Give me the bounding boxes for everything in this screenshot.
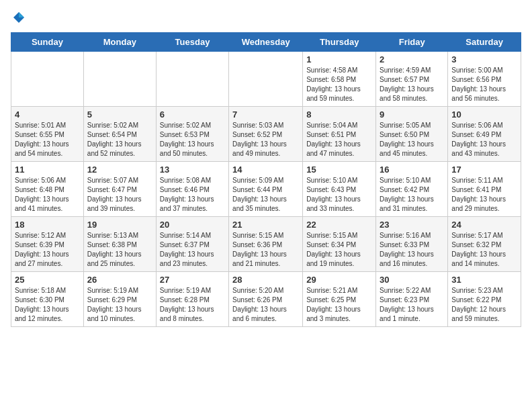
day-info: Sunrise: 5:17 AM Sunset: 6:32 PM Dayligh… [451,231,517,269]
weekday-header-tuesday: Tuesday [156,33,228,52]
weekday-header-row: SundayMondayTuesdayWednesdayThursdayFrid… [11,33,521,52]
header [11,11,521,24]
day-number: 29 [306,275,372,285]
week-row-0: 1Sunrise: 4:58 AM Sunset: 6:58 PM Daylig… [11,52,521,107]
weekday-header-saturday: Saturday [448,33,521,52]
page: SundayMondayTuesdayWednesdayThursdayFrid… [0,0,532,338]
day-number: 30 [380,275,444,285]
day-info: Sunrise: 5:13 AM Sunset: 6:38 PM Dayligh… [87,231,152,269]
day-number: 10 [451,109,517,120]
day-cell: 31Sunrise: 5:23 AM Sunset: 6:22 PM Dayli… [448,272,521,327]
day-cell: 1Sunrise: 4:58 AM Sunset: 6:58 PM Daylig… [303,52,376,107]
day-cell: 6Sunrise: 5:02 AM Sunset: 6:53 PM Daylig… [156,107,228,162]
day-cell: 28Sunrise: 5:20 AM Sunset: 6:26 PM Dayli… [229,272,303,327]
logo-icon [12,11,26,24]
day-info: Sunrise: 5:02 AM Sunset: 6:54 PM Dayligh… [87,121,152,158]
day-info: Sunrise: 5:07 AM Sunset: 6:47 PM Dayligh… [87,176,152,214]
day-cell: 12Sunrise: 5:07 AM Sunset: 6:47 PM Dayli… [83,162,156,217]
day-cell [156,52,228,107]
day-info: Sunrise: 5:11 AM Sunset: 6:41 PM Dayligh… [451,176,517,214]
day-cell: 17Sunrise: 5:11 AM Sunset: 6:41 PM Dayli… [448,162,521,217]
day-number: 22 [306,220,372,230]
day-number: 25 [15,275,80,285]
day-number: 5 [87,109,152,120]
day-number: 4 [15,109,80,120]
day-cell: 27Sunrise: 5:19 AM Sunset: 6:28 PM Dayli… [156,272,228,327]
day-cell: 22Sunrise: 5:15 AM Sunset: 6:34 PM Dayli… [303,217,376,272]
week-row-4: 25Sunrise: 5:18 AM Sunset: 6:30 PM Dayli… [11,272,521,327]
day-number: 6 [160,109,225,120]
day-number: 23 [380,220,444,230]
day-number: 15 [306,165,372,175]
week-row-1: 4Sunrise: 5:01 AM Sunset: 6:55 PM Daylig… [11,107,521,162]
day-number: 3 [451,54,517,64]
day-info: Sunrise: 5:02 AM Sunset: 6:53 PM Dayligh… [160,121,225,158]
day-info: Sunrise: 5:15 AM Sunset: 6:36 PM Dayligh… [232,231,299,269]
day-info: Sunrise: 5:23 AM Sunset: 6:22 PM Dayligh… [451,286,517,324]
day-cell: 3Sunrise: 5:00 AM Sunset: 6:56 PM Daylig… [448,52,521,107]
day-cell: 18Sunrise: 5:12 AM Sunset: 6:39 PM Dayli… [11,217,84,272]
day-number: 31 [451,275,517,285]
day-cell: 19Sunrise: 5:13 AM Sunset: 6:38 PM Dayli… [83,217,156,272]
weekday-header-thursday: Thursday [303,33,376,52]
day-cell: 21Sunrise: 5:15 AM Sunset: 6:36 PM Dayli… [229,217,303,272]
day-cell: 9Sunrise: 5:05 AM Sunset: 6:50 PM Daylig… [376,107,448,162]
day-info: Sunrise: 5:10 AM Sunset: 6:42 PM Dayligh… [380,176,444,214]
day-number: 2 [380,54,444,64]
day-cell: 29Sunrise: 5:21 AM Sunset: 6:25 PM Dayli… [303,272,376,327]
weekday-header-friday: Friday [376,33,448,52]
day-cell: 25Sunrise: 5:18 AM Sunset: 6:30 PM Dayli… [11,272,84,327]
day-info: Sunrise: 5:22 AM Sunset: 6:23 PM Dayligh… [380,286,444,324]
day-number: 28 [232,275,299,285]
day-info: Sunrise: 5:00 AM Sunset: 6:56 PM Dayligh… [451,66,517,103]
day-number: 7 [232,109,299,120]
day-cell: 20Sunrise: 5:14 AM Sunset: 6:37 PM Dayli… [156,217,228,272]
logo [11,11,26,24]
day-info: Sunrise: 5:20 AM Sunset: 6:26 PM Dayligh… [232,286,299,324]
day-cell: 7Sunrise: 5:03 AM Sunset: 6:52 PM Daylig… [229,107,303,162]
weekday-header-wednesday: Wednesday [229,33,303,52]
day-cell: 5Sunrise: 5:02 AM Sunset: 6:54 PM Daylig… [83,107,156,162]
day-info: Sunrise: 5:14 AM Sunset: 6:37 PM Dayligh… [160,231,225,269]
day-cell [229,52,303,107]
day-cell: 15Sunrise: 5:10 AM Sunset: 6:43 PM Dayli… [303,162,376,217]
day-number: 12 [87,165,152,175]
day-info: Sunrise: 5:18 AM Sunset: 6:30 PM Dayligh… [15,286,80,324]
day-number: 13 [160,165,225,175]
day-info: Sunrise: 4:58 AM Sunset: 6:58 PM Dayligh… [306,66,372,103]
day-number: 16 [380,165,444,175]
day-cell: 13Sunrise: 5:08 AM Sunset: 6:46 PM Dayli… [156,162,228,217]
day-cell: 24Sunrise: 5:17 AM Sunset: 6:32 PM Dayli… [448,217,521,272]
day-info: Sunrise: 5:16 AM Sunset: 6:33 PM Dayligh… [380,231,444,269]
day-info: Sunrise: 5:09 AM Sunset: 6:44 PM Dayligh… [232,176,299,214]
day-info: Sunrise: 5:03 AM Sunset: 6:52 PM Dayligh… [232,121,299,158]
day-info: Sunrise: 5:19 AM Sunset: 6:28 PM Dayligh… [160,286,225,324]
day-info: Sunrise: 5:21 AM Sunset: 6:25 PM Dayligh… [306,286,372,324]
calendar-table: SundayMondayTuesdayWednesdayThursdayFrid… [11,32,521,327]
day-number: 26 [87,275,152,285]
day-info: Sunrise: 5:19 AM Sunset: 6:29 PM Dayligh… [87,286,152,324]
day-info: Sunrise: 5:12 AM Sunset: 6:39 PM Dayligh… [15,231,80,269]
day-number: 1 [306,54,372,64]
day-cell: 11Sunrise: 5:06 AM Sunset: 6:48 PM Dayli… [11,162,84,217]
day-cell: 26Sunrise: 5:19 AM Sunset: 6:29 PM Dayli… [83,272,156,327]
day-info: Sunrise: 5:06 AM Sunset: 6:49 PM Dayligh… [451,121,517,158]
svg-marker-1 [19,12,24,17]
day-number: 9 [380,109,444,120]
weekday-header-monday: Monday [83,33,156,52]
day-number: 19 [87,220,152,230]
day-info: Sunrise: 5:06 AM Sunset: 6:48 PM Dayligh… [15,176,80,214]
day-cell: 8Sunrise: 5:04 AM Sunset: 6:51 PM Daylig… [303,107,376,162]
day-cell: 23Sunrise: 5:16 AM Sunset: 6:33 PM Dayli… [376,217,448,272]
day-number: 20 [160,220,225,230]
day-number: 14 [232,165,299,175]
day-cell: 16Sunrise: 5:10 AM Sunset: 6:42 PM Dayli… [376,162,448,217]
day-info: Sunrise: 4:59 AM Sunset: 6:57 PM Dayligh… [380,66,444,103]
weekday-header-sunday: Sunday [11,33,84,52]
day-info: Sunrise: 5:01 AM Sunset: 6:55 PM Dayligh… [15,121,80,158]
day-info: Sunrise: 5:10 AM Sunset: 6:43 PM Dayligh… [306,176,372,214]
day-number: 17 [451,165,517,175]
day-info: Sunrise: 5:08 AM Sunset: 6:46 PM Dayligh… [160,176,225,214]
day-cell: 30Sunrise: 5:22 AM Sunset: 6:23 PM Dayli… [376,272,448,327]
day-number: 27 [160,275,225,285]
